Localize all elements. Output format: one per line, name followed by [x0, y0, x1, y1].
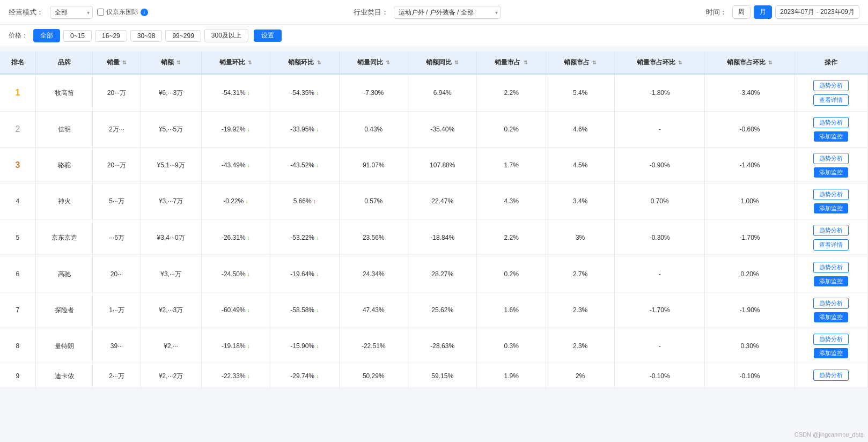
- cell-vol-2: 20···万: [93, 148, 141, 183]
- add-btn-1[interactable]: 添加监控: [814, 131, 848, 142]
- price-16-29-btn[interactable]: 16~29: [95, 30, 127, 42]
- cell-amt-3: ¥3,···7万: [141, 183, 201, 219]
- cell-vol-0: 20···万: [93, 74, 141, 112]
- cell-amt-share-7: 2.3%: [546, 328, 614, 364]
- table-row: 2佳明2万···¥5,···5万-19.92% ↓-33.95% ↓0.43%-…: [0, 112, 868, 148]
- header-vol-yoy[interactable]: 销量同比 ⇅: [339, 51, 408, 74]
- trend-btn-7[interactable]: 趋势分析: [813, 334, 849, 345]
- trend-btn-3[interactable]: 趋势分析: [813, 189, 849, 200]
- cell-action-2: 趋势分析添加监控: [795, 148, 867, 183]
- header-vol-share[interactable]: 销量市占 ⇅: [477, 51, 546, 74]
- cell-amt-2: ¥5,1···9万: [141, 148, 201, 183]
- cell-vol-qoq-6: -60.49% ↓: [201, 292, 270, 328]
- cell-amt-share-qoq-0: -3.40%: [705, 74, 795, 112]
- cell-vol-qoq-2: -43.49% ↓: [201, 148, 270, 183]
- price-99-299-btn[interactable]: 99~299: [165, 30, 201, 42]
- cell-vol-qoq-5: -24.50% ↓: [201, 256, 270, 292]
- cell-vol-share-5: 0.2%: [477, 256, 546, 292]
- cell-brand-3: 神火: [35, 183, 93, 219]
- trend-btn-2[interactable]: 趋势分析: [813, 153, 849, 164]
- cell-vol-7: 39···: [93, 328, 141, 364]
- cell-vol-3: 5···万: [93, 183, 141, 219]
- cell-brand-1: 佳明: [35, 112, 93, 148]
- header-vol-qoq[interactable]: 销量环比 ⇅: [201, 51, 270, 74]
- cell-action-1: 趋势分析添加监控: [795, 112, 867, 148]
- header-sales-vol[interactable]: 销量 ⇅: [93, 51, 141, 74]
- cell-action-7: 趋势分析添加监控: [795, 328, 867, 364]
- header-brand: 品牌: [35, 51, 93, 74]
- price-row: 价格： 全部 0~15 16~29 30~98 99~299 300及以上 设置: [0, 25, 868, 47]
- cell-amt-qoq-5: -19.64% ↓: [270, 256, 339, 292]
- cell-amt-share-3: 3.4%: [546, 183, 614, 219]
- table-row: 1牧高笛20···万¥6,···3万-54.31% ↓-54.35% ↓-7.3…: [0, 74, 868, 112]
- cell-amt-share-4: 3%: [546, 219, 614, 256]
- cell-amt-1: ¥5,···5万: [141, 112, 201, 148]
- cell-amt-7: ¥2,···: [141, 328, 201, 364]
- table-row: 8量特朗39···¥2,···-19.18% ↓-15.90% ↓-22.51%…: [0, 328, 868, 364]
- cell-amt-qoq-8: -29.74% ↓: [270, 364, 339, 388]
- cell-rank-0: 1: [0, 74, 35, 112]
- cell-vol-qoq-0: -54.31% ↓: [201, 74, 270, 112]
- cell-amt-qoq-7: -15.90% ↓: [270, 328, 339, 364]
- cell-amt-qoq-3: 5.66% ↑: [270, 183, 339, 219]
- header-vol-share-qoq[interactable]: 销量市占环比 ⇅: [615, 51, 705, 74]
- trend-btn-4[interactable]: 趋势分析: [813, 225, 849, 236]
- cell-vol-share-qoq-7: -: [615, 328, 705, 364]
- cell-vol-share-qoq-2: -0.90%: [615, 148, 705, 183]
- table-row: 4神火5···万¥3,···7万-0.22% ↓5.66% ↑0.57%22.4…: [0, 183, 868, 219]
- price-all-btn[interactable]: 全部: [33, 29, 60, 42]
- cell-rank-4: 5: [0, 219, 35, 256]
- time-wrap: 时间： 周 月 2023年07月 - 2023年09月: [706, 5, 859, 19]
- time-range: 2023年07月 - 2023年09月: [775, 5, 859, 19]
- cell-amt-qoq-1: -33.95% ↓: [270, 112, 339, 148]
- cell-vol-share-3: 4.3%: [477, 183, 546, 219]
- time-week-btn[interactable]: 周: [732, 5, 751, 19]
- trend-btn-6[interactable]: 趋势分析: [813, 298, 849, 309]
- cell-vol-share-8: 1.9%: [477, 364, 546, 388]
- cell-vol-yoy-8: 50.29%: [339, 364, 408, 388]
- cell-amt-share-5: 2.7%: [546, 256, 614, 292]
- cell-amt-yoy-1: -35.40%: [408, 112, 477, 148]
- header-amt-share[interactable]: 销额市占 ⇅: [546, 51, 614, 74]
- cell-action-4: 趋势分析查看详情: [795, 219, 867, 256]
- header-sales-amt[interactable]: 销额 ⇅: [141, 51, 201, 74]
- cell-action-0: 趋势分析查看详情: [795, 74, 867, 112]
- cell-action-5: 趋势分析添加监控: [795, 256, 867, 292]
- cell-vol-share-qoq-6: -1.70%: [615, 292, 705, 328]
- trend-btn-5[interactable]: 趋势分析: [813, 262, 849, 273]
- trend-btn-1[interactable]: 趋势分析: [813, 117, 849, 128]
- detail-btn-0[interactable]: 查看详情: [813, 94, 849, 106]
- setting-btn[interactable]: 设置: [254, 30, 282, 42]
- add-btn-7[interactable]: 添加监控: [814, 348, 848, 358]
- jd-intl-checkbox[interactable]: [97, 9, 104, 16]
- trend-btn-8[interactable]: 趋势分析: [813, 370, 849, 381]
- price-300-btn[interactable]: 300及以上: [204, 29, 248, 42]
- biz-mode-label: 经营模式：: [9, 8, 43, 17]
- info-icon[interactable]: i: [141, 9, 148, 16]
- biz-mode-select[interactable]: 全部: [50, 6, 93, 19]
- header-amt-share-qoq[interactable]: 销额市占环比 ⇅: [705, 51, 795, 74]
- cell-vol-share-qoq-3: 0.70%: [615, 183, 705, 219]
- cell-amt-share-6: 2.3%: [546, 292, 614, 328]
- cell-vol-share-qoq-1: -: [615, 112, 705, 148]
- add-btn-3[interactable]: 添加监控: [814, 203, 848, 213]
- add-btn-5[interactable]: 添加监控: [814, 276, 848, 286]
- trend-btn-0[interactable]: 趋势分析: [813, 80, 849, 91]
- cell-vol-5: 20···: [93, 256, 141, 292]
- industry-select[interactable]: 运动户外 / 户外装备 / 全部: [394, 6, 501, 19]
- header-amt-yoy[interactable]: 销额同比 ⇅: [408, 51, 477, 74]
- cell-vol-share-7: 0.3%: [477, 328, 546, 364]
- cell-amt-0: ¥6,···3万: [141, 74, 201, 112]
- header-amt-qoq[interactable]: 销额环比 ⇅: [270, 51, 339, 74]
- add-btn-2[interactable]: 添加监控: [814, 167, 848, 178]
- cell-amt-qoq-0: -54.35% ↓: [270, 74, 339, 112]
- cell-amt-yoy-8: 59.15%: [408, 364, 477, 388]
- table-header-row: 排名 品牌 销量 ⇅ 销额 ⇅ 销量环比 ⇅ 销额环比 ⇅ 销量同比 ⇅ 销额同…: [0, 51, 868, 74]
- time-month-btn[interactable]: 月: [754, 5, 772, 19]
- price-30-98-btn[interactable]: 30~98: [130, 30, 163, 42]
- detail-btn-4[interactable]: 查看详情: [813, 239, 849, 251]
- jd-intl-checkbox-label[interactable]: 仅京东国际 i: [97, 8, 148, 17]
- cell-amt-qoq-4: -53.22% ↓: [270, 219, 339, 256]
- price-0-15-btn[interactable]: 0~15: [63, 30, 92, 42]
- add-btn-6[interactable]: 添加监控: [814, 312, 848, 322]
